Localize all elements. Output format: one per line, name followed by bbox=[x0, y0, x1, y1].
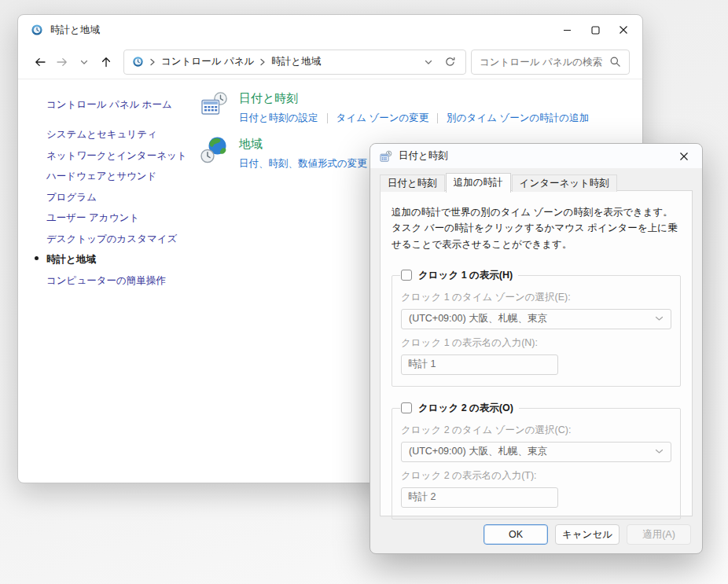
sidebar-item-hardware-sound[interactable]: ハードウェアとサウンド bbox=[46, 170, 197, 183]
breadcrumb-current[interactable]: 時計と地域 bbox=[271, 55, 321, 68]
tab-description: 追加の時計で世界の別のタイム ゾーンの時刻を表示できます。タスク バーの時計をク… bbox=[392, 204, 681, 252]
address-bar[interactable]: コントロール パネル 時計と地域 bbox=[123, 50, 466, 75]
cancel-button[interactable]: キャンセル bbox=[555, 524, 620, 545]
clock1-name-input[interactable] bbox=[401, 354, 558, 375]
clock1-group: クロック 1 の表示(H) クロック 1 のタイム ゾーンの選択(E): (UT… bbox=[392, 269, 681, 387]
search-input[interactable] bbox=[480, 57, 609, 68]
tab-additional-clocks[interactable]: 追加の時計 bbox=[446, 173, 511, 193]
window-title: 時計と地域 bbox=[50, 24, 100, 37]
sidebar-item-system-security[interactable]: システムとセキュリティ bbox=[46, 128, 197, 141]
dialog-close-button[interactable] bbox=[671, 146, 697, 166]
category-title-date-time[interactable]: 日付と時刻 bbox=[239, 91, 589, 106]
close-button[interactable] bbox=[609, 19, 638, 41]
clock2-timezone-select[interactable]: (UTC+09:00) 大阪、札幌、東京 bbox=[401, 442, 671, 462]
category-title-region[interactable]: 地域 bbox=[239, 137, 367, 152]
address-dropdown-chevron-icon[interactable] bbox=[424, 57, 433, 67]
maximize-button[interactable] bbox=[581, 19, 609, 41]
clock2-name-label: クロック 2 の表示名の入力(T): bbox=[401, 469, 671, 483]
clock2-group: クロック 2 の表示(O) クロック 2 のタイム ゾーンの選択(C): (UT… bbox=[392, 402, 681, 520]
dialog-tabs: 日付と時刻 追加の時計 インターネット時刻 bbox=[380, 173, 618, 192]
clock2-show-label: クロック 2 の表示(O) bbox=[418, 402, 513, 415]
breadcrumb-control-panel[interactable]: コントロール パネル bbox=[161, 55, 254, 68]
sidebar-item-user-accounts[interactable]: ユーザー アカウント bbox=[46, 211, 197, 225]
chevron-down-icon bbox=[655, 316, 664, 321]
dialog-button-row: OK キャンセル 適用(A) bbox=[483, 524, 691, 545]
ok-button[interactable]: OK bbox=[483, 524, 548, 545]
clock1-name-label: クロック 1 の表示名の入力(N): bbox=[401, 336, 671, 350]
apply-button[interactable]: 適用(A) bbox=[627, 524, 691, 545]
breadcrumb-chevron-icon[interactable] bbox=[149, 58, 156, 66]
minimize-button[interactable] bbox=[553, 19, 581, 41]
clock1-timezone-select[interactable]: (UTC+09:00) 大阪、札幌、東京 bbox=[401, 309, 671, 329]
category-date-time: 日付と時刻 日付と時刻の設定 タイム ゾーンの変更 別のタイム ゾーンの時計の追… bbox=[200, 90, 642, 125]
recent-pages-chevron[interactable] bbox=[73, 51, 95, 73]
breadcrumb-chevron-icon[interactable] bbox=[259, 58, 266, 66]
address-clock-globe-icon bbox=[132, 56, 144, 68]
forward-button[interactable] bbox=[51, 51, 73, 73]
sidebar-item-appearance[interactable]: デスクトップのカスタマイズ bbox=[46, 233, 197, 246]
tab-date-and-time[interactable]: 日付と時刻 bbox=[380, 174, 445, 192]
sidebar-item-network-internet[interactable]: ネットワークとインターネット bbox=[46, 149, 197, 163]
dialog-title: 日付と時刻 bbox=[399, 149, 448, 163]
clock2-timezone-label: クロック 2 のタイム ゾーンの選択(C): bbox=[401, 424, 671, 437]
up-button[interactable] bbox=[95, 51, 117, 73]
back-button[interactable] bbox=[29, 51, 51, 73]
link-date-time-settings[interactable]: 日付と時刻の設定 bbox=[239, 112, 318, 125]
titlebar: 時計と地域 bbox=[18, 15, 642, 45]
sidebar-item-programs[interactable]: プログラム bbox=[46, 191, 197, 204]
search-icon[interactable] bbox=[609, 56, 621, 68]
clock2-name-input[interactable] bbox=[401, 487, 558, 508]
sidebar-item-ease-of-access[interactable]: コンピューターの簡単操作 bbox=[46, 274, 197, 288]
link-separator bbox=[327, 113, 328, 123]
link-separator bbox=[437, 113, 438, 123]
dialog-titlebar: 日付と時刻 bbox=[370, 144, 702, 168]
clock2-timezone-value: (UTC+09:00) 大阪、札幌、東京 bbox=[409, 445, 547, 458]
chevron-down-icon bbox=[655, 449, 664, 454]
clock1-timezone-label: クロック 1 のタイム ゾーンの選択(E): bbox=[401, 291, 671, 304]
clock2-show-checkbox[interactable] bbox=[401, 402, 412, 413]
active-item-bullet bbox=[35, 256, 39, 260]
refresh-icon[interactable] bbox=[444, 56, 456, 68]
clock1-show-label: クロック 1 の表示(H) bbox=[418, 269, 513, 282]
sidebar-item-home[interactable]: コントロール パネル ホーム bbox=[46, 98, 197, 112]
sidebar-item-clock-region[interactable]: 時計と地域 bbox=[46, 253, 197, 266]
clock1-timezone-value: (UTC+09:00) 大阪、札幌、東京 bbox=[409, 312, 547, 325]
calendar-clock-icon[interactable] bbox=[200, 90, 229, 119]
globe-clock-icon[interactable] bbox=[200, 136, 229, 164]
navigation-toolbar: コントロール パネル 時計と地域 bbox=[18, 45, 642, 79]
sidebar-item-label: 時計と地域 bbox=[46, 254, 96, 265]
dialog-calendar-clock-icon bbox=[380, 150, 392, 163]
additional-clocks-tab-page: 追加の時計で世界の別のタイム ゾーンの時刻を表示できます。タスク バーの時計をク… bbox=[380, 190, 693, 516]
tab-internet-time[interactable]: インターネット時刻 bbox=[512, 174, 617, 192]
sidebar: コントロール パネル ホーム システムとセキュリティ ネットワークとインターネッ… bbox=[18, 79, 197, 483]
clock-globe-icon bbox=[31, 24, 43, 36]
link-change-time-zone[interactable]: タイム ゾーンの変更 bbox=[336, 112, 429, 125]
link-change-formats[interactable]: 日付、時刻、数値形式の変更 bbox=[239, 157, 367, 171]
clock1-show-checkbox[interactable] bbox=[401, 270, 412, 281]
date-time-dialog: 日付と時刻 日付と時刻 追加の時計 インターネット時刻 追加の時計で世界の別のタ… bbox=[370, 143, 703, 554]
link-add-clocks[interactable]: 別のタイム ゾーンの時計の追加 bbox=[447, 112, 589, 125]
search-box[interactable] bbox=[471, 50, 630, 75]
